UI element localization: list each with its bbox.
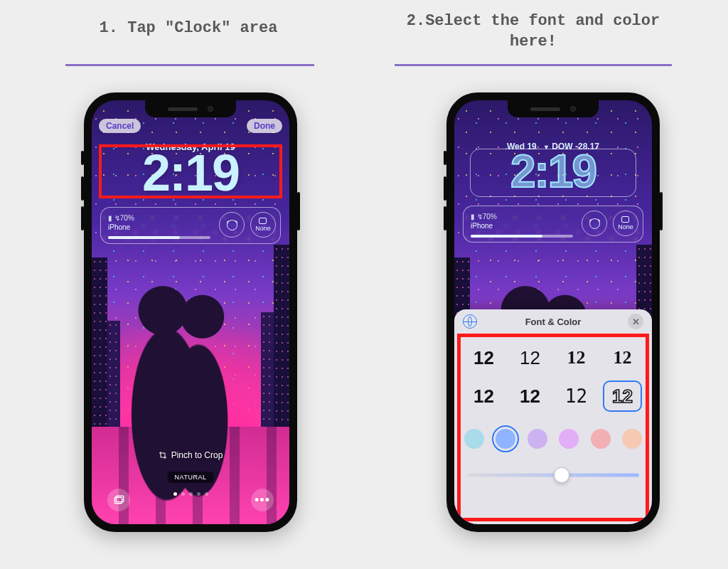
volume-down-button — [444, 206, 446, 230]
pinch-crop-hint: Pinch to Crop — [92, 450, 289, 460]
battery-percent: 70% — [120, 214, 134, 222]
calendar-widget[interactable]: None — [250, 212, 276, 238]
battery-percent: 70% — [483, 213, 497, 220]
font-option-serif[interactable]: 12 — [557, 342, 596, 373]
font-option-bold[interactable]: 12 — [464, 342, 503, 373]
sheet-header: Font & Color ✕ — [454, 309, 652, 334]
widget-row[interactable]: ▮ ↯70% iPhone None — [100, 207, 281, 244]
slider-track — [467, 474, 639, 477]
notch — [145, 100, 236, 117]
sheet-title: Font & Color — [454, 317, 652, 327]
phone-mockup-2: Wed 19 ▼ DOW -28.17 2:19 ▮ ↯70% iPhone N… — [446, 92, 660, 532]
step-1-divider — [65, 64, 314, 66]
color-swatch-4[interactable] — [591, 429, 611, 449]
battery-widget[interactable]: ▮ ↯70% iPhone — [468, 211, 576, 238]
battery-bolt-icon: ↯ — [477, 213, 483, 220]
crop-icon — [159, 451, 167, 459]
calendar-icon — [621, 216, 629, 223]
volume-up-button — [81, 176, 84, 201]
battery-device: iPhone — [108, 223, 130, 231]
globe-icon[interactable] — [463, 314, 477, 329]
done-button[interactable]: Done — [247, 119, 282, 133]
font-option-reg[interactable]: 12 — [464, 381, 503, 412]
close-button[interactable]: ✕ — [628, 314, 643, 329]
hue-slider[interactable] — [467, 467, 639, 483]
phone-1-screen: Cancel Done Wednesday, April 19 2:19 ▮ ↯… — [92, 100, 289, 524]
mute-switch — [81, 151, 84, 165]
mode-chip: NATURAL — [168, 472, 214, 483]
font-option-heavy[interactable]: 12 — [510, 381, 550, 412]
battery-widget[interactable]: ▮ ↯70% iPhone — [105, 212, 213, 239]
color-swatch-5[interactable] — [622, 429, 642, 449]
color-swatch-1[interactable] — [496, 429, 515, 449]
calendar-none-label: None — [618, 223, 633, 230]
volume-up-button — [444, 176, 446, 201]
volume-down-button — [81, 206, 84, 230]
battery-bolt-icon: ↯ — [114, 214, 120, 222]
font-grid: 1212121212121212 — [464, 342, 642, 412]
color-swatch-0[interactable] — [464, 429, 484, 449]
phone-2-screen: Wed 19 ▼ DOW -28.17 2:19 ▮ ↯70% iPhone N… — [454, 100, 652, 524]
alarm-widget[interactable] — [219, 212, 245, 238]
close-icon: ✕ — [632, 317, 640, 327]
photos-icon — [113, 494, 125, 506]
widget-row[interactable]: ▮ ↯70% iPhone None — [463, 206, 643, 243]
alarm-widget[interactable] — [582, 211, 607, 236]
battery-device: iPhone — [471, 222, 493, 230]
step-1-caption: 1. Tap "Clock" area — [64, 18, 313, 39]
font-option-thin[interactable]: 12 — [510, 342, 550, 373]
more-icon: ••• — [255, 493, 270, 508]
font-option-mono[interactable]: 12 — [557, 381, 596, 412]
cancel-button[interactable]: Cancel — [99, 119, 141, 133]
mute-switch — [444, 151, 446, 165]
color-swatch-2[interactable] — [528, 429, 547, 449]
calendar-none-label: None — [255, 225, 271, 232]
font-option-outline[interactable]: 12 — [603, 381, 642, 412]
step-2-divider — [395, 64, 672, 66]
lock-clock[interactable]: 2:19 — [454, 149, 652, 194]
step-2-caption: 2.Select the font and color here! — [398, 11, 668, 52]
photos-button[interactable] — [107, 489, 130, 511]
color-swatch-3[interactable] — [559, 429, 579, 449]
font-option-slab[interactable]: 12 — [603, 342, 642, 373]
calendar-icon — [259, 218, 267, 224]
calendar-widget[interactable]: None — [613, 211, 638, 236]
font-color-sheet: Font & Color ✕ 1212121212121212 — [454, 309, 652, 524]
lock-clock[interactable]: 2:19 — [92, 147, 289, 198]
color-row — [464, 429, 642, 449]
notch — [508, 100, 599, 117]
slider-thumb[interactable] — [554, 467, 569, 483]
more-button[interactable]: ••• — [251, 489, 274, 511]
side-button — [660, 192, 663, 230]
phone-mockup-1: Cancel Done Wednesday, April 19 2:19 ▮ ↯… — [84, 92, 297, 532]
side-button — [297, 192, 300, 230]
